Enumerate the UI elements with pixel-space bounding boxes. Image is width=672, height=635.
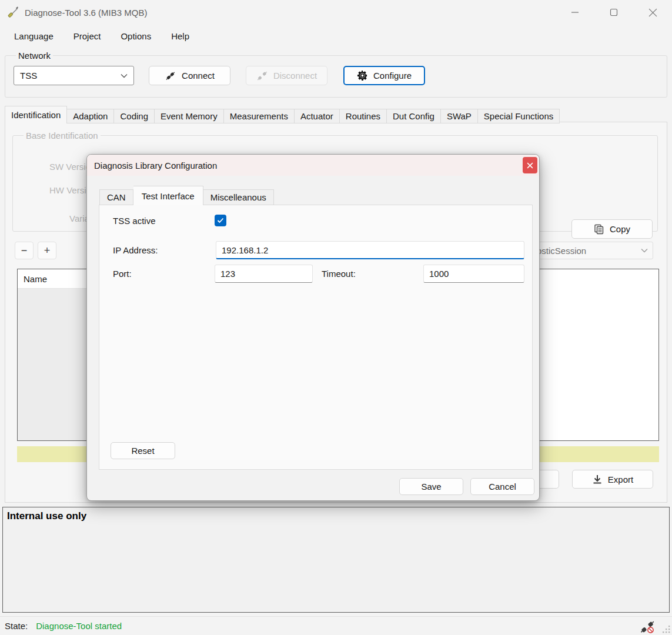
timeout-input[interactable]: [423, 265, 524, 283]
log-text: Internal use only: [7, 510, 665, 522]
tab-swap[interactable]: SWaP: [441, 109, 478, 123]
app-window: Diagnose-Tool 3.6 (MIB3 MQB) Language Pr…: [0, 0, 672, 635]
copy-button-label: Copy: [610, 224, 630, 234]
download-icon: [592, 474, 603, 484]
test-interface-panel: TSS active IP Address: Port: Timeout: Re…: [99, 205, 533, 470]
cancel-button-label: Cancel: [489, 482, 516, 492]
dialog-tab-test-interface[interactable]: Test Interface: [133, 186, 203, 205]
network-group: Network TSS Connect: [5, 51, 667, 98]
network-adapter-select[interactable]: TSS: [14, 66, 134, 85]
reset-button-label: Reset: [131, 446, 154, 456]
title-bar: Diagnose-Tool 3.6 (MIB3 MQB): [0, 0, 672, 25]
maximize-button[interactable]: [594, 0, 633, 25]
configure-button[interactable]: Configure: [343, 66, 425, 85]
plus-icon: +: [44, 245, 51, 257]
plug-icon: [165, 71, 176, 81]
chevron-down-icon: [641, 248, 648, 253]
check-icon: [217, 218, 224, 223]
remove-row-button[interactable]: −: [15, 242, 34, 259]
tss-active-checkbox[interactable]: [215, 215, 226, 226]
menu-bar: Language Project Options Help: [0, 25, 672, 47]
minus-icon: −: [21, 245, 28, 257]
state-value: Diagnose-Tool started: [36, 621, 122, 631]
plug-disabled-icon: [256, 71, 268, 81]
tab-dut-config[interactable]: Dut Config: [387, 109, 441, 123]
copy-icon: [594, 224, 604, 235]
tab-coding[interactable]: Coding: [114, 109, 155, 123]
timeout-label: Timeout:: [322, 269, 356, 279]
port-input[interactable]: [215, 265, 313, 283]
add-row-button[interactable]: +: [38, 242, 56, 259]
screwdriver-icon: [7, 6, 20, 19]
tab-measurements[interactable]: Measurements: [224, 109, 295, 123]
tab-special-functions[interactable]: Special Functions: [478, 109, 560, 123]
ip-address-input[interactable]: [216, 241, 524, 259]
tab-actuator[interactable]: Actuator: [295, 109, 340, 123]
main-tab-strip: Identification Adaption Coding Event Mem…: [5, 106, 560, 123]
diagnostic-session-select[interactable]: osticSession: [531, 242, 653, 259]
dialog-close-button[interactable]: [523, 157, 537, 173]
state-label: State:: [5, 621, 28, 631]
dialog-title: Diagnosis Library Configuration: [94, 161, 217, 171]
disconnect-button[interactable]: Disconnect: [246, 66, 327, 85]
menu-project[interactable]: Project: [73, 31, 101, 41]
close-icon: [527, 162, 533, 169]
close-button[interactable]: [633, 0, 672, 25]
connect-button[interactable]: Connect: [149, 66, 230, 85]
diagnosis-library-configuration-dialog: Diagnosis Library Configuration CAN Test…: [86, 154, 540, 501]
gear-icon: [357, 70, 368, 81]
disconnect-button-label: Disconnect: [273, 71, 317, 81]
reset-button[interactable]: Reset: [111, 442, 175, 459]
base-identification-legend: Base Identification: [24, 131, 101, 141]
network-group-legend: Network: [16, 51, 53, 61]
cancel-button[interactable]: Cancel: [470, 478, 534, 495]
export-button[interactable]: Export: [572, 470, 653, 489]
window-title: Diagnose-Tool 3.6 (MIB3 MQB): [25, 8, 147, 18]
save-button-label: Save: [421, 482, 441, 492]
disconnected-plug-icon: [639, 619, 657, 634]
dialog-tab-can[interactable]: CAN: [99, 189, 133, 205]
menu-language[interactable]: Language: [14, 31, 54, 41]
export-button-label: Export: [608, 474, 633, 484]
value-panel: [531, 269, 659, 441]
resize-grip[interactable]: [661, 624, 671, 634]
chevron-down-icon: [121, 73, 128, 78]
dialog-title-bar: Diagnosis Library Configuration: [87, 155, 539, 176]
status-bar: State: Diagnose-Tool started: [0, 616, 672, 635]
copy-button[interactable]: Copy: [571, 219, 653, 239]
dialog-tab-strip: CAN Test Interface Miscelleanous: [99, 186, 274, 205]
menu-help[interactable]: Help: [171, 31, 189, 41]
network-adapter-value: TSS: [20, 71, 37, 81]
window-controls: [556, 0, 672, 25]
save-button[interactable]: Save: [399, 478, 463, 495]
configure-button-label: Configure: [373, 71, 412, 81]
ip-address-label: IP Address:: [113, 245, 158, 255]
menu-options[interactable]: Options: [121, 31, 151, 41]
dialog-tab-miscelleanous[interactable]: Miscelleanous: [203, 189, 274, 205]
tab-routines[interactable]: Routines: [340, 109, 387, 123]
tab-identification[interactable]: Identification: [5, 106, 67, 123]
tab-adaption[interactable]: Adaption: [67, 109, 114, 123]
connect-button-label: Connect: [182, 71, 215, 81]
minimize-button[interactable]: [556, 0, 594, 25]
tss-active-label: TSS active: [113, 216, 156, 226]
tab-event-memory[interactable]: Event Memory: [155, 109, 224, 123]
log-box: Internal use only: [2, 507, 670, 613]
port-label: Port:: [113, 269, 132, 279]
diagnostic-session-value: osticSession: [537, 246, 586, 256]
